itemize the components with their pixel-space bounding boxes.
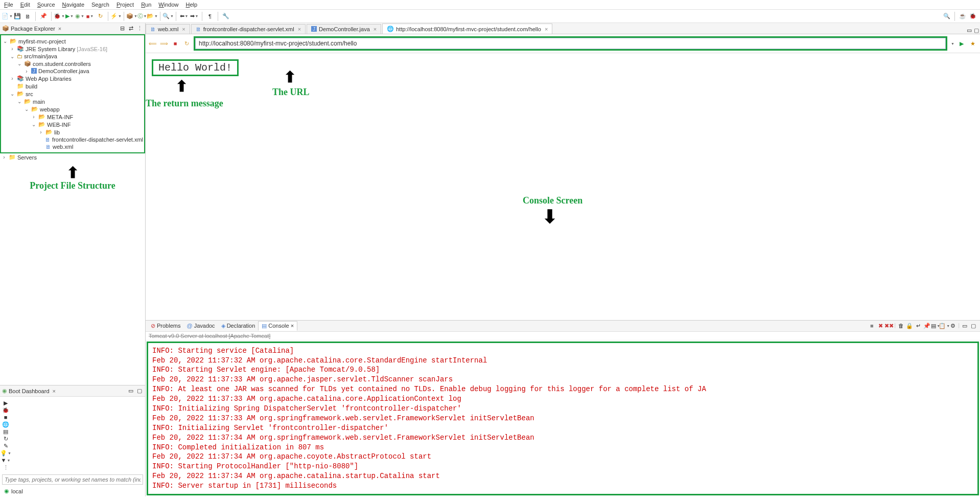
annotation-prev-icon[interactable]: ⬅▼ xyxy=(180,12,188,20)
tree-web-inf[interactable]: ⌄📂WEB-INF xyxy=(2,121,143,128)
view-menu-icon[interactable]: ⋮ xyxy=(136,25,143,32)
browser-forward-icon[interactable]: ⟹ xyxy=(160,39,168,48)
close-icon[interactable]: × xyxy=(298,26,301,32)
boot-local-item[interactable]: ◉ local xyxy=(2,487,143,495)
tree-dispatcher-xml[interactable]: 🗎frontcontroller-dispatcher-servlet.xml xyxy=(2,136,143,143)
tab-declaration[interactable]: ◈Declaration xyxy=(218,322,259,330)
minimize-icon[interactable]: ▭ xyxy=(961,322,968,329)
new-class-icon[interactable]: Ⓒ▼ xyxy=(138,12,146,20)
perspective-debug-icon[interactable]: 🐞 xyxy=(969,12,977,20)
minimize-icon[interactable]: ▭ xyxy=(127,388,134,395)
boot-console-icon[interactable]: ▤ xyxy=(2,428,9,435)
menu-file[interactable]: FFileile xyxy=(4,2,13,8)
close-icon[interactable]: × xyxy=(182,26,185,32)
close-icon[interactable]: × xyxy=(545,26,548,32)
coverage-icon[interactable]: ◉▼ xyxy=(76,12,84,20)
close-icon[interactable]: × xyxy=(53,388,56,394)
tree-demo-controller[interactable]: ›🅹DemoController.java xyxy=(2,67,143,75)
debug-icon[interactable]: 🐞▼ xyxy=(55,12,63,20)
tree-web-app-libraries[interactable]: ›📚Web App Libraries xyxy=(2,75,143,82)
tree-package-controllers[interactable]: ⌄📦com.student.controllers xyxy=(2,60,143,67)
tree-main-folder[interactable]: ⌄📂main xyxy=(2,98,143,105)
browser-back-icon[interactable]: ⟸ xyxy=(149,39,157,48)
tree-web-xml[interactable]: 🗎web.xml xyxy=(2,143,143,150)
close-icon[interactable]: × xyxy=(374,26,377,32)
url-history-dropdown-icon[interactable]: ▼ xyxy=(951,42,954,46)
boot-refresh-icon[interactable]: ↻ xyxy=(2,435,9,442)
search-icon[interactable]: 🔍▼ xyxy=(164,12,172,20)
console-output[interactable]: INFO: Starting service [Catalina] Feb 20… xyxy=(147,342,979,495)
new-java-pkg-icon[interactable]: 📦▼ xyxy=(128,12,136,20)
boot-bulb-icon[interactable]: 💡▼ xyxy=(2,449,9,457)
tree-webapp[interactable]: ⌄📂webapp xyxy=(2,105,143,113)
menu-run[interactable]: Run xyxy=(141,2,151,8)
boot-menu-icon[interactable]: ⋮ xyxy=(2,464,9,471)
boot-filter-icon[interactable]: ▼▼ xyxy=(2,457,9,464)
tree-build[interactable]: 📁build xyxy=(2,82,143,90)
tab-console[interactable]: ▤Console× xyxy=(258,321,297,331)
stop-icon[interactable]: ■▼ xyxy=(86,12,94,20)
boot-start-icon[interactable]: ▶ xyxy=(2,399,9,406)
console-settings-icon[interactable]: ⚙ xyxy=(949,322,956,329)
tree-lib[interactable]: ›📂lib xyxy=(2,128,143,136)
link-editor-icon[interactable]: ⇄ xyxy=(127,25,134,32)
tree-src[interactable]: ⌄📂src xyxy=(2,90,143,98)
menu-help[interactable]: Help xyxy=(186,2,198,8)
open-type-icon[interactable]: 📂▼ xyxy=(148,12,156,20)
tree-servers[interactable]: ›📁Servers xyxy=(1,153,144,161)
new-icon[interactable]: 📄▼ xyxy=(3,12,11,20)
tree-jre-library[interactable]: ›📚JRE System Library [JavaSE-16] xyxy=(2,45,143,53)
browser-favorite-icon[interactable]: ★ xyxy=(969,39,977,48)
browser-refresh-icon[interactable]: ↻ xyxy=(182,39,191,48)
collapse-all-icon[interactable]: ⊟ xyxy=(119,25,126,32)
perspective-java-icon[interactable]: ☕ xyxy=(959,12,967,20)
tab-browser[interactable]: 🌐http://localhost:8080/myfirst-mvc-proje… xyxy=(382,24,552,34)
tab-javadoc[interactable]: @Javadoc xyxy=(183,322,218,330)
show-whitespace-icon[interactable]: ¶ xyxy=(206,12,214,20)
console-scroll-lock-icon[interactable]: 🔒 xyxy=(906,322,913,329)
pin-icon[interactable]: 📌 xyxy=(39,12,48,20)
annotation-next-icon[interactable]: ➡▼ xyxy=(190,12,198,20)
save-all-icon[interactable]: 🗎 xyxy=(24,12,32,20)
menu-navigate[interactable]: Navigate xyxy=(62,2,84,8)
quick-access-icon[interactable]: 🔍 xyxy=(943,12,951,20)
boot-open-browser-icon[interactable]: 🌐 xyxy=(2,421,9,428)
close-icon[interactable]: × xyxy=(58,26,61,32)
maximize-icon[interactable]: ▢ xyxy=(973,27,980,34)
tree-meta-inf[interactable]: ›📂META-INF xyxy=(2,113,143,121)
tab-problems[interactable]: ⊘Problems xyxy=(148,322,183,330)
browser-go-icon[interactable]: ▶ xyxy=(958,39,966,48)
tab-dispatcher-xml[interactable]: 🗎frontcontroller-dispatcher-servlet.xml× xyxy=(191,24,306,34)
run-icon[interactable]: ▶▼ xyxy=(65,12,74,20)
console-terminate-icon[interactable]: ■ xyxy=(868,322,875,329)
boot-debug-icon[interactable]: 🐞 xyxy=(2,406,9,414)
tab-demo-controller[interactable]: 🅹DemoController.java× xyxy=(307,24,381,34)
save-icon[interactable]: 💾 xyxy=(13,12,21,20)
new-server-icon[interactable]: ⚡▼ xyxy=(112,12,120,20)
console-pin-icon[interactable]: 📌 xyxy=(923,322,930,329)
maximize-icon[interactable]: ▢ xyxy=(136,388,143,395)
tree-src-main-java[interactable]: ⌄🗀src/main/java xyxy=(2,53,143,60)
console-display-icon[interactable]: ▤▼ xyxy=(932,322,939,329)
menu-project[interactable]: Project xyxy=(116,2,134,8)
console-open-icon[interactable]: 📋▼ xyxy=(941,322,948,329)
boot-stop-icon[interactable]: ■ xyxy=(2,414,9,421)
console-word-wrap-icon[interactable]: ↵ xyxy=(915,322,922,329)
menu-window[interactable]: Window xyxy=(158,2,178,8)
minimize-icon[interactable]: ▭ xyxy=(966,27,973,34)
ext-tool-icon[interactable]: 🔧 xyxy=(222,12,230,20)
boot-filter-input[interactable] xyxy=(2,474,143,485)
menu-source[interactable]: Source xyxy=(37,2,55,8)
tab-web-xml[interactable]: 🗎web.xml× xyxy=(146,24,190,34)
boot-edit-icon[interactable]: ✎ xyxy=(2,442,9,449)
console-remove-icon[interactable]: ✖ xyxy=(877,322,884,329)
console-clear-icon[interactable]: 🗑 xyxy=(897,322,904,329)
menu-edit[interactable]: Edit xyxy=(20,2,30,8)
maximize-icon[interactable]: ▢ xyxy=(970,322,977,329)
menu-search[interactable]: Search xyxy=(91,2,109,8)
tree-project-root[interactable]: ⌄📂myfirst-mvc-project xyxy=(2,37,143,45)
browser-url-input[interactable] xyxy=(195,38,946,49)
relaunch-icon[interactable]: ↻ xyxy=(96,12,104,20)
console-remove-all-icon[interactable]: ✖✖ xyxy=(885,322,893,329)
close-icon[interactable]: × xyxy=(291,323,294,329)
